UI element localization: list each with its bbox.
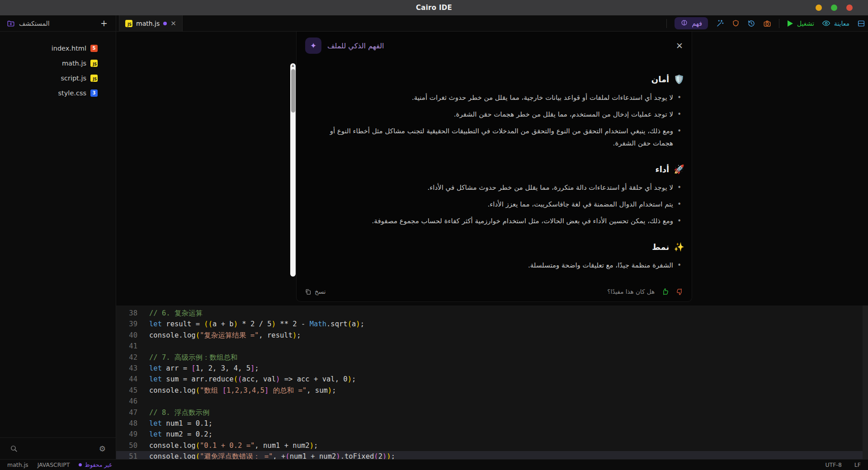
code-line[interactable]: 40console.log("复杂运算结果 =", result); [116, 330, 868, 341]
js-file-icon: JS [90, 75, 98, 82]
history-button[interactable] [747, 19, 755, 28]
shield-button[interactable] [732, 19, 740, 28]
brain-icon [680, 19, 688, 27]
code-lines: 38// 6. 复杂运算39let result = ((a + b) * 2 … [116, 308, 868, 462]
tab-label: math.js [136, 20, 160, 27]
bullet-item: الشفرة منظمة جيدًا، مع تعليقات واضحة ومت… [325, 259, 684, 272]
eye-icon [822, 20, 830, 27]
code-line[interactable]: 45console.log("数组 [1,2,3,4,5] 的总和 =", su… [116, 385, 868, 396]
code-line[interactable]: 39let result = ((a + b) * 2 / 5) ** 2 - … [116, 319, 868, 329]
line-number: 49 [116, 429, 137, 440]
line-content: console.log("0.1 + 0.2 =", num1 + num2); [137, 440, 318, 451]
code-editor[interactable]: 38// 6. 复杂运算39let result = ((a + b) * 2 … [116, 306, 868, 459]
sidebar-bottom-bar: ⚙ [0, 437, 116, 459]
thumbs-up-icon[interactable] [661, 288, 669, 296]
bullet-item: لا توجد عمليات إدخال من المستخدم، مما يق… [325, 108, 684, 121]
status-dirty: غير محفوظ [79, 461, 112, 468]
bullet-item: ومع ذلك، ينبغي استخدام التحقق من النوع و… [325, 125, 684, 150]
status-language[interactable]: JAVASCRIPT [38, 461, 70, 468]
preview-button[interactable]: معاينة [822, 20, 849, 27]
toolbar-divider [779, 19, 779, 28]
search-icon[interactable] [10, 445, 18, 452]
maximize-button[interactable] [831, 5, 837, 11]
close-window-button[interactable] [846, 5, 853, 11]
file-item-math.js[interactable]: math.jsJS [0, 56, 116, 70]
file-list: index.html5math.jsJSscript.jsJSstyle.css… [0, 32, 116, 100]
js-file-icon: JS [90, 60, 98, 67]
line-number: 40 [116, 330, 137, 341]
scrollbar-thumb[interactable] [291, 69, 295, 113]
line-number: 42 [116, 352, 137, 363]
sparkle-icon: ✦ [305, 38, 321, 54]
file-name: style.css [58, 89, 86, 97]
section-heading: 🛡️أمان [325, 74, 684, 85]
code-line[interactable]: 41 [116, 341, 868, 352]
toolbar-divider [666, 19, 667, 28]
panel-layout-button[interactable] [857, 19, 865, 28]
code-line[interactable]: 47// 8. 浮点数示例 [116, 407, 868, 418]
thumbs-down-icon[interactable] [676, 288, 684, 296]
tab-math-js[interactable]: JS math.js ✕ [119, 15, 183, 31]
line-content: let arr = [1, 2, 3, 4, 5]; [137, 363, 259, 374]
understand-button[interactable]: فهم [675, 17, 708, 29]
editor-area: ✦ الفهم الذكي للملف ✕ ▲ 🛡️أمانلا يوجد أي… [116, 32, 868, 459]
dirty-dot-icon [79, 463, 82, 466]
js-file-icon: JS [125, 20, 132, 27]
line-content: let num1 = 0.1; [137, 418, 212, 429]
top-row: المستكشف + JS math.js ✕ فهم [0, 15, 868, 32]
panel-sections: 🛡️أمانلا يوجد أي استدعاءات لملفات أو قوا… [297, 60, 692, 272]
status-filename[interactable]: math.js [7, 461, 28, 468]
bullet-item: لا يوجد أي استدعاءات لملفات أو قواعد بيا… [325, 92, 684, 104]
add-file-button[interactable]: + [100, 19, 108, 28]
line-number: 45 [116, 385, 137, 396]
file-item-script.js[interactable]: script.jsJS [0, 70, 116, 85]
file-name: index.html [52, 45, 86, 52]
run-button[interactable]: تشغيل [787, 20, 814, 27]
window-controls [816, 0, 853, 15]
section-heading: 🚀أداء [325, 164, 684, 174]
line-number: 41 [116, 341, 137, 352]
line-content: // 8. 浮点数示例 [137, 407, 210, 418]
understand-label: فهم [692, 20, 702, 27]
ai-understanding-panel: ✦ الفهم الذكي للملف ✕ ▲ 🛡️أمانلا يوجد أي… [296, 32, 692, 302]
dirty-label: غير محفوظ [85, 461, 112, 468]
line-content [137, 341, 149, 352]
panel-header: ✦ الفهم الذكي للملف ✕ [297, 32, 692, 60]
section-bullets: لا يوجد أي حلقة أو استدعاءات دالة متكررة… [325, 182, 684, 227]
copy-button[interactable]: نسخ [305, 288, 326, 295]
folder-plus-icon [7, 19, 15, 28]
code-line[interactable]: 43let arr = [1, 2, 3, 4, 5]; [116, 363, 868, 374]
line-content: let num2 = 0.2; [137, 429, 212, 440]
file-item-style.css[interactable]: style.css3 [0, 85, 116, 100]
line-number: 39 [116, 319, 137, 329]
panel-title: الفهم الذكي للملف [327, 42, 384, 50]
code-line[interactable]: 44let sum = arr.reduce((acc, val) => acc… [116, 374, 868, 385]
copy-icon [305, 288, 311, 295]
explorer-title: المستكشف [19, 20, 50, 27]
scroll-up-arrow[interactable]: ▲ [290, 64, 296, 67]
explorer-sidebar: index.html5math.jsJSscript.jsJSstyle.css… [0, 32, 116, 459]
preview-label: معاينة [834, 20, 849, 27]
toolbar: فهم [666, 15, 865, 31]
minimize-button[interactable] [816, 5, 822, 11]
gear-icon[interactable]: ⚙ [99, 444, 106, 453]
code-line[interactable]: 46 [116, 396, 868, 407]
panel-scrollbar[interactable]: ▲ [290, 63, 296, 277]
status-encoding[interactable]: UTF-8 [825, 461, 841, 468]
section-heading: ✨نمط [325, 242, 684, 252]
magic-wand-button[interactable] [716, 19, 724, 28]
code-line[interactable]: 42// 7. 高级示例：数组总和 [116, 352, 868, 363]
tab-close-icon[interactable]: ✕ [170, 19, 176, 28]
file-item-index.html[interactable]: index.html5 [0, 41, 116, 56]
line-content: let sum = arr.reduce((acc, val) => acc +… [137, 374, 356, 385]
panel-close-icon[interactable]: ✕ [676, 41, 683, 51]
status-eol[interactable]: LF [854, 461, 861, 468]
tab-bar: JS math.js ✕ فهم [116, 15, 868, 31]
editor-scrollbar[interactable] [863, 306, 868, 459]
camera-button[interactable] [763, 19, 771, 28]
code-line[interactable]: 50console.log("0.1 + 0.2 =", num1 + num2… [116, 440, 868, 451]
code-line[interactable]: 38// 6. 复杂运算 [116, 308, 868, 319]
code-line[interactable]: 49let num2 = 0.2; [116, 429, 868, 440]
section-bullets: الشفرة منظمة جيدًا، مع تعليقات واضحة ومت… [325, 259, 684, 272]
code-line[interactable]: 48let num1 = 0.1; [116, 418, 868, 429]
